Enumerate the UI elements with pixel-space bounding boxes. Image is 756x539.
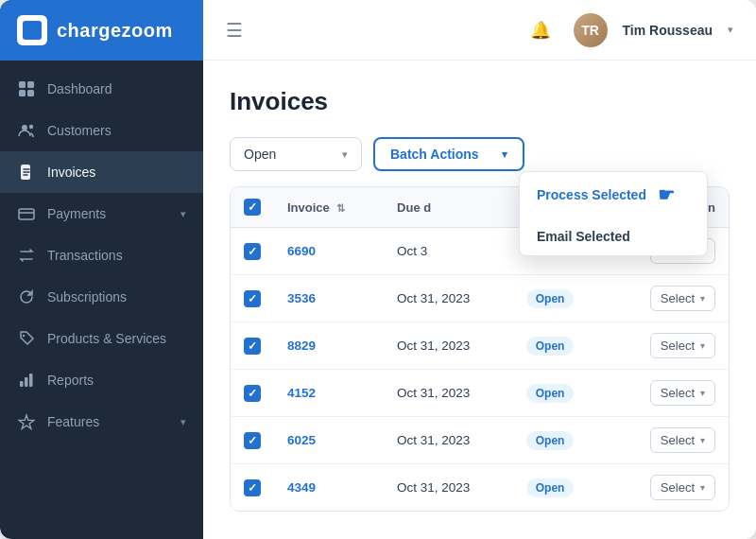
invoice-number-1: 6690 xyxy=(274,228,384,275)
due-date-2: Oct 31, 2023 xyxy=(384,275,513,322)
row-checkbox-1[interactable] xyxy=(244,243,261,260)
table-row: 6025 Oct 31, 2023 Open Select ▾ xyxy=(231,417,729,464)
sidebar-label-transactions: Transactions xyxy=(47,248,186,263)
filter-label: Open xyxy=(244,147,335,162)
bar-chart-icon xyxy=(17,371,36,390)
sidebar-nav: Dashboard Customers Invoices Payments ▾ xyxy=(0,61,203,539)
filter-dropdown[interactable]: Open ▾ xyxy=(230,137,362,171)
sidebar-label-products: Products & Services xyxy=(47,331,186,346)
user-chevron-icon[interactable]: ▾ xyxy=(728,24,733,36)
svg-rect-2 xyxy=(19,90,26,96)
sidebar-label-customers: Customers xyxy=(47,123,186,138)
process-selected-item[interactable]: Process Selected ☛ xyxy=(520,172,707,217)
th-due-date: Due d xyxy=(384,187,513,228)
table-row: 8829 Oct 31, 2023 Open Select ▾ xyxy=(231,322,729,370)
action-select-5[interactable]: Select ▾ xyxy=(650,427,715,453)
sidebar-item-features[interactable]: Features ▾ xyxy=(0,401,203,443)
invoice-number-4: 4152 xyxy=(274,370,384,417)
action-select-label-3: Select xyxy=(661,339,695,353)
row-checkbox-6[interactable] xyxy=(244,479,261,496)
svg-rect-9 xyxy=(20,381,24,387)
invoice-link-6[interactable]: 4349 xyxy=(287,480,316,495)
sidebar-item-products[interactable]: Products & Services xyxy=(0,318,203,359)
action-select-label-6: Select xyxy=(661,480,695,495)
action-cell-4: Select ▾ xyxy=(610,370,729,417)
table-row: 3536 Oct 31, 2023 Open Select ▾ xyxy=(231,275,729,322)
invoice-number-2: 3536 xyxy=(274,275,384,322)
batch-label: Batch Actions xyxy=(390,147,494,162)
action-chevron-2: ▾ xyxy=(700,293,705,304)
action-select-4[interactable]: Select ▾ xyxy=(650,380,715,406)
row-checkbox-3[interactable] xyxy=(244,338,261,355)
batch-dropdown-menu: Process Selected ☛ Email Selected xyxy=(519,171,708,256)
invoice-number-3: 8829 xyxy=(274,322,384,370)
tag-icon xyxy=(17,329,36,348)
sidebar-item-subscriptions[interactable]: Subscriptions xyxy=(0,276,203,318)
action-select-6[interactable]: Select ▾ xyxy=(650,475,715,500)
hamburger-icon[interactable]: ☰ xyxy=(226,19,243,42)
row-checkbox-4[interactable] xyxy=(244,385,261,402)
row-check-3 xyxy=(231,322,274,370)
row-checkbox-2[interactable] xyxy=(244,290,261,307)
sidebar-item-dashboard[interactable]: Dashboard xyxy=(0,68,203,110)
action-cell-6: Select ▾ xyxy=(610,464,729,512)
action-select-3[interactable]: Select ▾ xyxy=(650,333,715,358)
process-selected-label: Process Selected xyxy=(537,187,646,202)
invoice-link-1[interactable]: 6690 xyxy=(287,244,316,258)
action-chevron-6: ▾ xyxy=(700,482,705,493)
sidebar-item-transactions[interactable]: Transactions xyxy=(0,235,203,276)
svg-rect-10 xyxy=(25,377,28,387)
status-6: Open xyxy=(513,464,610,512)
sidebar-label-payments: Payments xyxy=(47,206,169,221)
batch-chevron-icon: ▾ xyxy=(502,148,507,161)
row-check-1 xyxy=(231,228,274,275)
user-name: Tim Rousseau xyxy=(623,23,713,38)
batch-actions-button[interactable]: Batch Actions ▾ Process Selected ☛ Email… xyxy=(373,137,524,171)
due-date-5: Oct 31, 2023 xyxy=(384,417,513,464)
select-all-checkbox[interactable] xyxy=(244,199,261,216)
sidebar-item-invoices[interactable]: Invoices xyxy=(0,151,203,193)
invoice-link-5[interactable]: 6025 xyxy=(287,433,316,447)
refresh-icon xyxy=(17,287,36,306)
table-body: 6690 Oct 3 Select ▾ xyxy=(231,228,729,512)
action-select-label-2: Select xyxy=(661,291,695,305)
row-check-6 xyxy=(231,464,274,512)
sort-icon: ⇅ xyxy=(336,202,345,215)
status-4: Open xyxy=(513,370,610,417)
action-chevron-5: ▾ xyxy=(700,435,705,445)
bell-icon[interactable]: 🔔 xyxy=(530,20,551,41)
page-content: Invoices Open ▾ Batch Actions ▾ Process … xyxy=(203,61,756,539)
logo-area: chargezoom xyxy=(0,0,203,61)
logo-icon-inner xyxy=(23,21,42,40)
action-select-2[interactable]: Select ▾ xyxy=(650,286,715,311)
sidebar-item-customers[interactable]: Customers xyxy=(0,110,203,151)
invoice-link-4[interactable]: 4152 xyxy=(287,386,316,400)
action-cell-3: Select ▾ xyxy=(610,322,729,370)
sidebar-label-reports: Reports xyxy=(47,373,186,388)
star-icon xyxy=(17,412,36,431)
chevron-down-icon: ▾ xyxy=(180,208,186,220)
grid-icon xyxy=(17,79,36,98)
credit-card-icon xyxy=(17,204,36,223)
status-badge-5: Open xyxy=(526,431,575,450)
status-2: Open xyxy=(513,275,610,322)
sidebar-item-payments[interactable]: Payments ▾ xyxy=(0,193,203,235)
table-row: 4152 Oct 31, 2023 Open Select ▾ xyxy=(231,370,729,417)
action-chevron-3: ▾ xyxy=(700,340,705,351)
due-date-1: Oct 3 xyxy=(384,228,513,275)
sidebar-item-reports[interactable]: Reports xyxy=(0,359,203,401)
email-selected-item[interactable]: Email Selected xyxy=(520,217,707,255)
status-badge-4: Open xyxy=(526,384,575,403)
th-check xyxy=(231,187,274,228)
row-checkbox-5[interactable] xyxy=(244,432,261,449)
row-check-2 xyxy=(231,275,274,322)
invoice-link-3[interactable]: 8829 xyxy=(287,339,316,353)
chevron-down-icon-features: ▾ xyxy=(180,416,186,428)
toolbar: Open ▾ Batch Actions ▾ Process Selected … xyxy=(230,137,730,171)
invoice-link-2[interactable]: 3536 xyxy=(287,291,316,305)
logo-icon xyxy=(17,15,47,45)
avatar[interactable]: TR xyxy=(574,13,608,47)
svg-rect-3 xyxy=(27,90,34,96)
app-name: chargezoom xyxy=(57,20,173,42)
sidebar: chargezoom Dashboard Customers Invoices xyxy=(0,0,203,539)
